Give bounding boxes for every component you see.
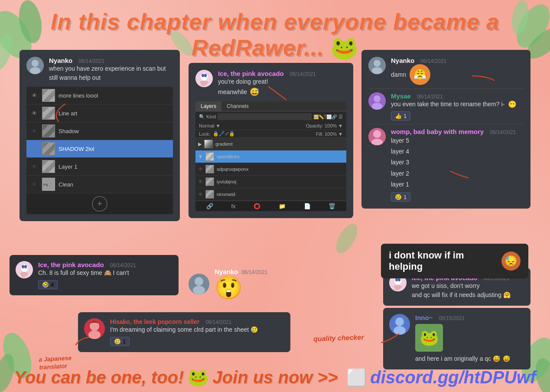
add-layer-button[interactable]: + <box>92 196 107 212</box>
timestamp-womp: 06/14/2021 <box>490 129 516 135</box>
layer-row-selected: 👁 SHADOW 2lol <box>26 140 173 158</box>
ps-bottom-toolbar: 🔗 fx ⭕ 📁 📄 🗑️ <box>195 201 346 211</box>
username-womp: womp, bad baby with memory <box>391 128 484 135</box>
blend-mode: Normal ▼ <box>199 123 220 128</box>
timestamp-mysae: 06/14/2021 <box>417 94 443 100</box>
message-mysae: you even take the time to rename them? i… <box>391 100 504 109</box>
reaction-ch8[interactable]: 🤣 4 <box>38 280 58 289</box>
svg-point-28 <box>374 95 381 102</box>
message-nyanko-3: damn <box>391 70 406 79</box>
card-right-group: Nyanko 06/14/2021 damn 😤 Mysae 06/14/202… <box>361 50 530 209</box>
lock-icons: 🔒🖊️⤢🔒 <box>213 131 235 137</box>
ps-layers-list: ▶ gradient ▼ speedlines 👁 sdpqnxqwponx 👁… <box>195 138 346 201</box>
layer-name: SHADOW 2lol <box>59 146 94 152</box>
ps-page-icon: 📄 <box>304 203 311 209</box>
reaction-hisako[interactable]: 🥲 1 <box>110 337 130 346</box>
svg-point-45 <box>395 317 404 326</box>
svg-point-20 <box>204 74 207 77</box>
discord-link[interactable]: discord.gg/htDPUwf <box>370 368 536 387</box>
ps-tab-layers[interactable]: Layers <box>195 101 221 111</box>
reaction-count-hisako: 1 <box>123 338 126 345</box>
message-ice-2: meanwhile 😅 <box>218 86 346 98</box>
svg-point-18 <box>201 73 208 81</box>
message-ice-1: you're doing great! <box>218 77 346 86</box>
timestamp-inno: 06/15/2021 <box>439 315 465 321</box>
svg-point-35 <box>22 265 24 268</box>
ps-toolbar: 🔍 Kind 🖼️✏️T⬜🔗 ☰ <box>195 111 346 122</box>
bottom-frog: 🐸 <box>187 367 209 388</box>
discord-icon: ⬜ <box>346 368 367 387</box>
emoji-orange-face: 😤 <box>410 64 430 85</box>
ps-tab-channels[interactable]: Channels <box>221 101 254 111</box>
message-ice-ch8: Ch. 8 is full of sexy time 🙈 I can't <box>38 268 172 278</box>
ps-tabs: Layers Channels <box>195 101 346 111</box>
bottom-bar: You can be one, too! 🐸 Join us now >> ⬜ … <box>0 363 550 392</box>
reaction-womp[interactable]: 😢 1 <box>391 193 410 202</box>
avatar-inno <box>389 314 410 335</box>
svg-point-2 <box>0 31 17 73</box>
ps-icons: 🖼️✏️T⬜🔗 <box>313 114 337 119</box>
bubble-emoji: 😓 <box>501 252 521 271</box>
timestamp-ice-2: 06/14/2021 <box>110 262 136 268</box>
ps-link-icon: 🔗 <box>206 203 213 209</box>
svg-text:img: img <box>43 183 48 186</box>
ps-layer-gradient: ▶ gradient <box>195 138 346 150</box>
ps-layer-name: gradient <box>215 141 233 147</box>
avatar-ice-1 <box>195 70 213 87</box>
photoshop-panel: Layers Channels 🔍 Kind 🖼️✏️T⬜🔗 ☰ Normal … <box>195 101 346 211</box>
divider-2 <box>368 124 524 124</box>
svg-point-29 <box>372 103 382 110</box>
timestamp-hisako: 06/14/2021 <box>205 319 231 325</box>
page-header: In this chapter when everyone became a R… <box>27 9 522 61</box>
ps-blend-row: Normal ▼ Opacity: 100% ▼ <box>195 122 346 130</box>
ps-layer-name: iyviubjnoj <box>217 179 236 184</box>
bubble-text: i dont know if im helping <box>389 250 497 272</box>
ps-menu-icon: ☰ <box>338 114 343 120</box>
ps-layer-name: sdpqnxqwponx <box>217 167 248 172</box>
eye-icon: 👁 <box>30 110 39 117</box>
ps-folder-icon: 📁 <box>279 203 286 209</box>
avatar-ice-2 <box>16 261 33 278</box>
ps-search-input[interactable] <box>218 113 312 120</box>
header-title: In this chapter when everyone became a R… <box>51 9 499 60</box>
reaction-count-2: 1 <box>404 194 407 200</box>
svg-point-31 <box>373 130 381 138</box>
emoji-inno: 😅 <box>503 354 510 363</box>
layer-row: 👁 Line art <box>26 105 173 122</box>
timestamp-ice-1: 06/14/2021 <box>290 71 316 77</box>
eye-icon: 👁 <box>30 163 39 170</box>
avatar-mysae <box>368 92 386 110</box>
username-hisako: Hisako, the leek popcorn seller <box>110 318 199 325</box>
card-hisako: Hisako, the leek popcorn seller 06/14/20… <box>78 312 290 352</box>
emoji-mysae: 😶 <box>508 100 517 108</box>
emoji-nyanko: 😲 <box>215 275 267 300</box>
lock-label: Lock: <box>199 131 210 137</box>
frog-icon: 🐸 <box>330 35 358 60</box>
reaction-count-ch8: 4 <box>51 281 54 288</box>
ps-trash-icon: 🗑️ <box>329 203 335 209</box>
svg-point-26 <box>372 67 382 74</box>
timestamp-nyanko-2: 06/14/2021 <box>241 269 267 275</box>
special-bubble: i dont know if im helping 😓 <box>381 244 528 278</box>
reaction-mysae[interactable]: 👍 1 <box>391 111 410 121</box>
ps-filter-label: 🔍 Kind <box>199 114 216 120</box>
svg-point-42 <box>395 278 398 281</box>
layer-row-clean: 👁 img Clean <box>26 176 173 193</box>
svg-point-46 <box>394 326 406 335</box>
ps-fx-label: fx <box>231 203 235 209</box>
ps-layer-2: 👁 iyviubjnoj <box>195 176 346 188</box>
card-nyanko-reply: Nyanko 06/14/2021 😲 <box>189 268 267 300</box>
svg-point-39 <box>88 330 101 339</box>
username-mysae: Mysae <box>391 92 411 100</box>
layer-row: 👁 more lines loool <box>26 87 173 105</box>
card-inno: Inno~ 06/15/2021 🐸 and here i am origina… <box>383 308 530 369</box>
card-nyanko-layers: Nyanko 06/14/2021 when you have zero exp… <box>20 50 180 221</box>
emoji-meanwhile: 😅 <box>250 86 259 98</box>
svg-point-22 <box>195 277 203 286</box>
layer-name: Line art <box>59 110 77 117</box>
message-inno: and here i am originally a qc 😅 😅 <box>415 354 524 363</box>
layer-row: 👁 Layer 1 <box>26 158 173 176</box>
message-ice-reply-2: and qc will fix if it needs adjusting 🤗 <box>412 291 524 300</box>
bottom-text-2: Join us now >> <box>212 368 338 387</box>
bottom-text-1: You can be one, too! <box>14 368 184 387</box>
